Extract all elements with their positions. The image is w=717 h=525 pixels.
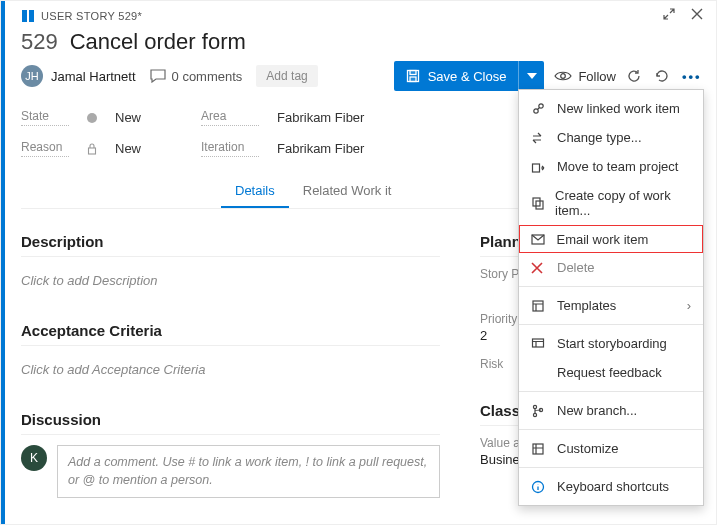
- svg-rect-5: [410, 77, 416, 82]
- svg-point-6: [561, 74, 566, 79]
- description-input[interactable]: Click to add Description: [21, 267, 440, 294]
- comment-icon: [150, 69, 166, 83]
- chevron-right-icon: ›: [687, 298, 691, 313]
- svg-rect-13: [533, 301, 543, 311]
- move-icon: [531, 160, 547, 174]
- state-dot-icon: [87, 113, 97, 123]
- area-value[interactable]: Fabrikam Fiber: [277, 110, 364, 125]
- discussion-heading: Discussion: [21, 411, 440, 428]
- add-tag-button[interactable]: Add tag: [256, 65, 317, 87]
- menu-request-feedback[interactable]: Request feedback: [519, 358, 703, 387]
- save-button-label: Save & Close: [428, 69, 507, 84]
- menu-start-storyboarding[interactable]: Start storyboarding: [519, 329, 703, 358]
- state-value[interactable]: New: [115, 110, 141, 125]
- breadcrumb-label: USER STORY 529*: [41, 10, 142, 22]
- menu-change-type[interactable]: Change type...: [519, 123, 703, 152]
- more-actions-button[interactable]: •••: [682, 69, 700, 84]
- info-icon: [531, 480, 547, 494]
- avatar: K: [21, 445, 47, 471]
- svg-point-15: [533, 405, 536, 408]
- refresh-icon[interactable]: [626, 68, 644, 84]
- branch-icon: [531, 404, 547, 418]
- follow-button[interactable]: Follow: [554, 69, 616, 84]
- svg-rect-1: [29, 10, 34, 22]
- work-item-title[interactable]: Cancel order form: [70, 29, 246, 55]
- comments-count: 0 comments: [172, 69, 243, 84]
- menu-email-work-item[interactable]: Email work item: [519, 225, 703, 253]
- assignee-name: Jamal Hartnett: [51, 69, 136, 84]
- reason-value[interactable]: New: [115, 141, 141, 156]
- change-type-icon: [531, 131, 547, 145]
- iteration-label: Iteration: [201, 140, 259, 157]
- save-icon: [406, 69, 420, 83]
- tab-related-work[interactable]: Related Work it: [289, 175, 406, 208]
- reason-label: Reason: [21, 140, 69, 157]
- svg-rect-0: [22, 10, 27, 22]
- email-icon: [531, 234, 547, 245]
- area-label: Area: [201, 109, 259, 126]
- comments-link[interactable]: 0 comments: [150, 69, 243, 84]
- menu-customize[interactable]: Customize: [519, 434, 703, 463]
- templates-icon: [531, 299, 547, 313]
- menu-create-copy[interactable]: Create copy of work item...: [519, 181, 703, 225]
- description-heading: Description: [21, 233, 440, 250]
- menu-templates[interactable]: Templates ›: [519, 291, 703, 320]
- discussion-comment-input[interactable]: Add a comment. Use # to link a work item…: [57, 445, 440, 498]
- svg-rect-2: [89, 148, 96, 154]
- link-add-icon: [531, 102, 547, 116]
- eye-icon: [554, 70, 572, 82]
- avatar: JH: [21, 65, 43, 87]
- breadcrumb: USER STORY 529*: [21, 9, 700, 23]
- acceptance-heading: Acceptance Criteria: [21, 322, 440, 339]
- save-and-close-button[interactable]: Save & Close: [394, 61, 545, 91]
- iteration-value[interactable]: Fabrikam Fiber: [277, 141, 364, 156]
- save-dropdown-toggle[interactable]: [518, 61, 544, 91]
- copy-icon: [531, 196, 545, 210]
- more-actions-menu: New linked work item Change type... Move…: [518, 89, 704, 506]
- svg-rect-14: [533, 339, 544, 347]
- tab-details[interactable]: Details: [221, 175, 289, 208]
- menu-move-to-team-project[interactable]: Move to team project: [519, 152, 703, 181]
- work-item-id: 529: [21, 29, 58, 55]
- menu-new-linked-work-item[interactable]: New linked work item: [519, 94, 703, 123]
- customize-icon: [531, 442, 547, 456]
- lock-icon: [87, 143, 97, 155]
- work-item-type-icon: [21, 9, 35, 23]
- undo-icon[interactable]: [654, 68, 672, 84]
- storyboard-icon: [531, 337, 547, 351]
- svg-point-16: [533, 413, 536, 416]
- menu-delete[interactable]: Delete: [519, 253, 703, 282]
- close-icon[interactable]: [690, 7, 704, 21]
- svg-rect-18: [533, 444, 543, 454]
- acceptance-input[interactable]: Click to add Acceptance Criteria: [21, 356, 440, 383]
- menu-new-branch[interactable]: New branch...: [519, 396, 703, 425]
- delete-icon: [531, 262, 547, 274]
- assignee-field[interactable]: JH Jamal Hartnett: [21, 65, 136, 87]
- expand-icon[interactable]: [662, 7, 676, 21]
- svg-rect-9: [533, 164, 540, 172]
- state-label: State: [21, 109, 69, 126]
- svg-rect-4: [410, 71, 416, 75]
- follow-label: Follow: [578, 69, 616, 84]
- menu-keyboard-shortcuts[interactable]: Keyboard shortcuts: [519, 472, 703, 501]
